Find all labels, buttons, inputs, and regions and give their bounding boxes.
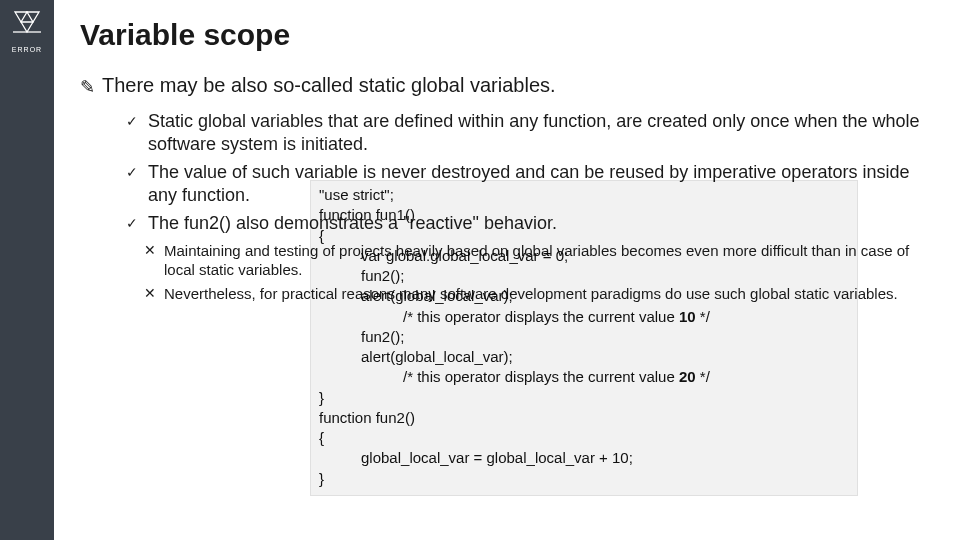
- code-line: /* this operator displays the current va…: [319, 307, 849, 327]
- code-line: {: [319, 428, 849, 448]
- check-icon: ✓: [126, 161, 148, 183]
- svg-marker-2: [21, 22, 33, 32]
- code-line: alert(global_local_var);: [319, 347, 849, 367]
- main-point: ✎ There may be also so-called static glo…: [80, 74, 940, 100]
- page-title: Variable scope: [80, 18, 940, 52]
- code-line: global_local_var = global_local_var + 10…: [319, 448, 849, 468]
- svg-marker-0: [27, 12, 39, 22]
- cross-icon: ✕: [144, 241, 164, 260]
- list-item: ✓ Static global variables that are defin…: [126, 110, 940, 157]
- code-line: function fun2(): [319, 408, 849, 428]
- code-box: "use strict";function fun1(){var global.…: [310, 180, 858, 496]
- logo-icon: ERROR: [9, 8, 45, 44]
- sidebar: ERROR: [0, 0, 54, 540]
- code-line: fun2();: [319, 266, 849, 286]
- code-line: {: [319, 226, 849, 246]
- code-line: }: [319, 469, 849, 489]
- check-icon: ✓: [126, 110, 148, 132]
- cross-icon: ✕: [144, 284, 164, 303]
- main-point-text: There may be also so-called static globa…: [102, 74, 556, 97]
- code-line: }: [319, 388, 849, 408]
- code-line: "use strict";: [319, 185, 849, 205]
- svg-marker-1: [15, 12, 27, 22]
- code-line: var global.global_local_var = 0;: [319, 246, 849, 266]
- code-line: /* this operator displays the current va…: [319, 367, 849, 387]
- code-line: alert(global_local_var);: [319, 286, 849, 306]
- code-line: function fun1(): [319, 205, 849, 225]
- arrow-bullet-icon: ✎: [80, 74, 102, 100]
- check-icon: ✓: [126, 212, 148, 234]
- code-line: fun2();: [319, 327, 849, 347]
- list-item-text: Static global variables that are defined…: [148, 110, 940, 157]
- logo-label: ERROR: [9, 46, 45, 53]
